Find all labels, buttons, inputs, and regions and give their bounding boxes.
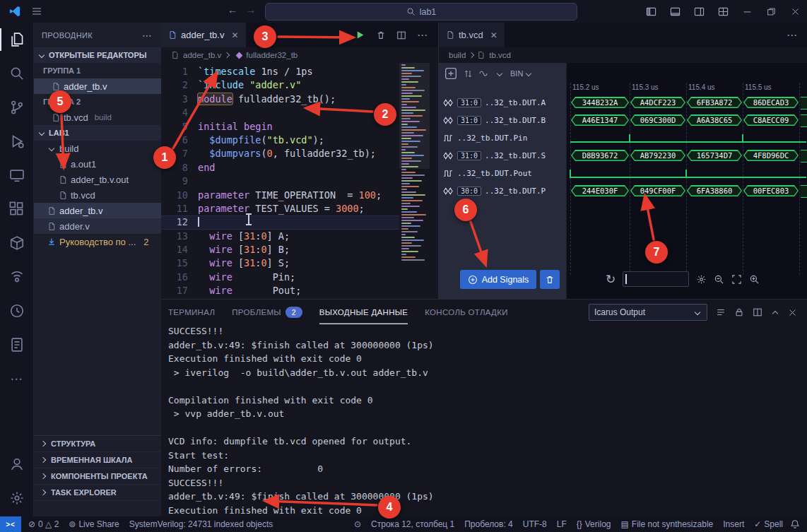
delete-signals-button[interactable] bbox=[540, 270, 560, 289]
wave-bus-segment[interactable]: 244E030F bbox=[571, 185, 629, 196]
tab-adder-tb[interactable]: adder_tb.v ✕ bbox=[161, 23, 247, 47]
panel-tab-терминал[interactable]: ТЕРМИНАЛ bbox=[168, 300, 215, 324]
wave-bus-segment[interactable]: A4DCF223 bbox=[630, 97, 685, 108]
code-line[interactable]: 16 wire Pin; bbox=[161, 271, 399, 284]
account-icon[interactable] bbox=[0, 447, 33, 481]
code-line[interactable]: 17 wire Pout; bbox=[161, 284, 399, 297]
status-item-left-1[interactable]: ⊚Live Share bbox=[69, 519, 119, 529]
menu-icon[interactable] bbox=[31, 6, 42, 17]
code-line[interactable]: 12 bbox=[161, 215, 399, 229]
code-line[interactable]: 15 wire [31:0] S; bbox=[161, 256, 399, 270]
code-line[interactable]: 14 wire [31:0] B; bbox=[161, 243, 399, 256]
wave-bus-segment[interactable]: 6FB3A872 bbox=[687, 97, 742, 108]
status-item-right-6[interactable]: ▤File not synthesizable bbox=[620, 519, 713, 529]
tree-item[interactable]: build bbox=[33, 141, 161, 156]
settings-gear-icon[interactable] bbox=[0, 481, 33, 515]
close-icon[interactable] bbox=[783, 0, 807, 23]
wave-bus-segment[interactable]: 6FA38860 bbox=[687, 185, 742, 196]
remote-explorer-icon[interactable] bbox=[0, 158, 33, 192]
status-item-right-1[interactable]: Строка 12, столбец 1 bbox=[371, 519, 454, 529]
code-line[interactable]: 1`timescale 1ns / 1ps bbox=[161, 65, 399, 78]
zoom-fit-icon[interactable] bbox=[731, 274, 742, 285]
code-line[interactable]: 3module fulladder32_tb(); bbox=[161, 93, 399, 106]
tree-item[interactable]: a.out1 bbox=[33, 156, 161, 172]
signal-row[interactable]: 31:0..32_tb.DUT.B bbox=[439, 112, 566, 129]
panel-tab-выходные-данные[interactable]: ВЫХОДНЫЕ ДАННЫЕ bbox=[319, 300, 408, 324]
wave-bus-segment[interactable]: AB792230 bbox=[630, 150, 685, 161]
sort-signals-icon[interactable] bbox=[464, 69, 473, 78]
maximize-panel-icon[interactable] bbox=[772, 311, 778, 317]
explorer-icon[interactable] bbox=[0, 23, 33, 57]
source-control-icon[interactable] bbox=[0, 90, 33, 124]
signal-row[interactable]: 30:0..32_tb.DUT.P bbox=[439, 182, 566, 200]
analog-wave-icon[interactable] bbox=[479, 69, 489, 78]
editor-more-icon[interactable]: ⋯ bbox=[417, 29, 428, 42]
run-debug-icon[interactable] bbox=[0, 124, 33, 158]
wave-bit-line[interactable] bbox=[570, 141, 806, 143]
code-line[interactable]: 10parameter TIME_OPERATION = 100; bbox=[161, 189, 399, 202]
code-line[interactable]: 5initial begin bbox=[161, 120, 399, 134]
tab-tb-vcd[interactable]: tb.vcd ✕ bbox=[439, 23, 505, 47]
sidebar-section-компоненты-проекта[interactable]: КОМПОНЕНТЫ ПРОЕКТА bbox=[33, 468, 161, 485]
status-item-right-0[interactable]: ⊙ bbox=[354, 519, 361, 529]
status-item-left-0[interactable]: ⊘0 △ 2 bbox=[28, 519, 59, 529]
forward-button[interactable]: → bbox=[246, 4, 256, 16]
trash-icon[interactable] bbox=[376, 30, 386, 40]
chevron-down-icon[interactable] bbox=[497, 71, 502, 76]
wave-bus-segment[interactable]: 165734D7 bbox=[687, 150, 742, 161]
code-line[interactable]: 9 bbox=[161, 175, 399, 188]
wave-plot-area[interactable]: 115.2 us115.3 us115.4 us115.5 us344B232A… bbox=[566, 63, 807, 299]
signal-row[interactable]: 31:0..32_tb.DUT.S bbox=[439, 147, 566, 165]
tree-item[interactable]: Руководство по ...2 bbox=[33, 234, 161, 249]
search-icon[interactable] bbox=[0, 57, 33, 90]
code-line[interactable]: 13 wire [31:0] A; bbox=[161, 230, 399, 243]
status-item-right-3[interactable]: UTF-8 bbox=[523, 519, 547, 529]
customize-layout-icon[interactable] bbox=[711, 0, 735, 23]
code-line[interactable]: 7 $dumpvars(0, fulladder32_tb); bbox=[161, 147, 399, 160]
notebook-icon[interactable] bbox=[0, 328, 33, 362]
zoom-out-icon[interactable] bbox=[714, 274, 724, 285]
output-console[interactable]: SUCCESS!!!adder_tb.v:49: $finish called … bbox=[168, 324, 803, 517]
sidebar-section-структура[interactable]: СТРУКТУРА bbox=[33, 436, 161, 452]
run-button[interactable] bbox=[355, 30, 365, 40]
open-editor-item[interactable]: tb.vcdbuild bbox=[33, 110, 161, 125]
refresh-icon[interactable]: ↻ bbox=[606, 272, 615, 287]
timeline-icon[interactable] bbox=[0, 294, 33, 328]
code-line[interactable]: 4 bbox=[161, 106, 399, 119]
back-button[interactable]: ← bbox=[228, 4, 237, 16]
status-item-right-7[interactable]: Insert bbox=[723, 519, 744, 529]
remote-indicator[interactable]: >< bbox=[0, 516, 21, 532]
minimap[interactable] bbox=[399, 63, 430, 299]
toggle-panel-icon[interactable] bbox=[663, 0, 687, 23]
container-tools-icon[interactable] bbox=[0, 226, 33, 260]
minimize-icon[interactable] bbox=[735, 0, 759, 23]
zoom-in-icon[interactable] bbox=[749, 274, 760, 285]
status-item-right-2[interactable]: Пробелов: 4 bbox=[464, 519, 513, 529]
wave-bus-segment[interactable]: 049CF00F bbox=[630, 185, 685, 196]
wave-bus-segment[interactable]: 344B232A bbox=[571, 97, 629, 108]
status-item-right-4[interactable]: LF bbox=[557, 519, 567, 529]
timescale-input[interactable] bbox=[623, 271, 689, 287]
signal-row[interactable]: 31:0..32_tb.DUT.A bbox=[439, 94, 566, 112]
sidebar-section-временная-шкала[interactable]: ВРЕМЕННАЯ ШКАЛА bbox=[33, 452, 161, 468]
code-line[interactable]: 6 $dumpfile("tb.vcd"); bbox=[161, 134, 399, 147]
clear-output-icon[interactable] bbox=[753, 307, 762, 317]
waveform-more-icon[interactable]: ⋯ bbox=[787, 29, 798, 42]
tree-item[interactable]: adder.v bbox=[33, 218, 161, 234]
panel-tab-консоль-отладки[interactable]: КОНСОЛЬ ОТЛАДКИ bbox=[425, 300, 508, 324]
tree-item[interactable]: adder_tb.v bbox=[33, 203, 161, 218]
wave-bus-segment[interactable]: C8AECC09 bbox=[743, 114, 799, 126]
wave-bus-segment[interactable]: 4F8D96DC bbox=[743, 150, 799, 161]
breadcrumb[interactable]: adder_tb.v fulladder32_tb bbox=[161, 47, 438, 63]
output-filter-icon[interactable] bbox=[716, 307, 726, 317]
toggle-sidebar-icon[interactable] bbox=[639, 0, 663, 23]
tab-close-icon[interactable]: ✕ bbox=[231, 30, 238, 40]
open-editor-item[interactable]: adder_tb.v bbox=[33, 78, 161, 94]
tree-item[interactable]: tb.vcd bbox=[33, 187, 161, 203]
workspace-root[interactable]: LAB1 bbox=[33, 125, 161, 141]
code-line[interactable]: 11parameter TEST_VALUES = 3000; bbox=[161, 202, 399, 215]
split-editor-icon[interactable] bbox=[396, 30, 406, 40]
restore-icon[interactable] bbox=[759, 0, 783, 23]
lock-scroll-icon[interactable] bbox=[734, 307, 744, 317]
signal-row[interactable]: ..32_tb.DUT.Pout bbox=[439, 165, 566, 182]
